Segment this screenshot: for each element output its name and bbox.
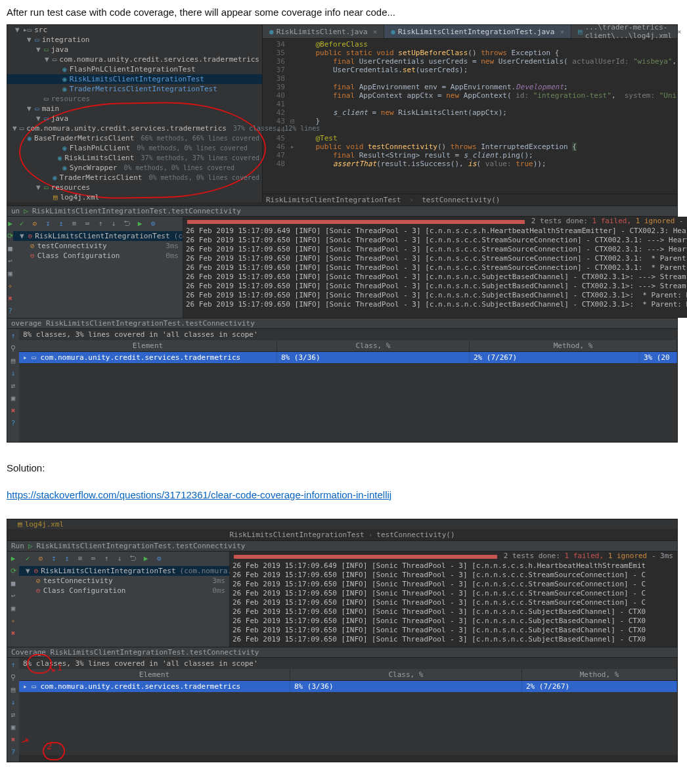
editor-tabs[interactable]: ●RiskLimitsClient.java×●RiskLimitsClient… — [263, 25, 677, 39]
toolstrip-icon[interactable]: ✖ — [11, 735, 16, 744]
tree-item[interactable]: ▤log4j.xml — [7, 192, 262, 202]
toolbar-icon[interactable]: ⊘ — [36, 554, 45, 563]
console-panel-2[interactable]: 2 tests done: 1 failed, 1 ignored - 3ms … — [230, 552, 677, 647]
tree-item[interactable]: ▼▭integration — [7, 35, 262, 45]
toolstrip-icon[interactable]: ↓ — [11, 369, 16, 378]
code-line[interactable]: 46▸ public void testConnectivity() throw… — [263, 142, 677, 151]
toolbar-icon[interactable]: ↓ — [109, 219, 118, 228]
toolbar-icon[interactable]: ↧ — [43, 219, 53, 228]
test-row[interactable]: ⊖Class Configuration0ms — [19, 586, 229, 596]
toolstrip-icon[interactable]: ▣ — [11, 723, 16, 731]
code-line[interactable]: 47 final Result<String> result = s_clien… — [263, 151, 677, 160]
toolbar-icon[interactable]: ▶ — [141, 554, 150, 563]
editor-tab[interactable]: ●RiskLimitsClient.java× — [263, 25, 384, 38]
close-icon[interactable]: × — [560, 28, 564, 36]
toolstrip-icon[interactable]: ▣ — [11, 394, 16, 403]
stackoverflow-link[interactable]: https://stackoverflow.com/questions/3171… — [7, 489, 391, 500]
editor-tab[interactable]: ▤...\trader-metrics-client\...\log4j.xml… — [571, 25, 687, 38]
toolbar-icon[interactable]: ⮌ — [122, 219, 131, 228]
toolbar-icon[interactable]: ↧ — [49, 554, 58, 563]
toolstrip-icon[interactable]: ⇄ — [11, 381, 16, 390]
tree-item[interactable]: ◉RiskLimitsClientIntegrationTest — [7, 74, 262, 84]
tree-item[interactable]: ◉SyncWrapper0% methods, 0% lines covered — [7, 163, 262, 173]
code-line[interactable]: 37 UserCredentials.set(userCreds); — [263, 66, 677, 74]
toolbar-icon[interactable]: ⚙ — [148, 219, 158, 228]
toolbar-icon[interactable]: ≡ — [76, 554, 85, 563]
tree-item[interactable]: ▼▭resources — [7, 183, 262, 192]
tree-item[interactable]: ◉TraderMetricsClientIntegrationTest — [7, 84, 262, 94]
coverage-toolstrip-2[interactable]: ↑⚲▤↓⇄▣✖? — [7, 658, 19, 762]
toolstrip-icon[interactable]: ▶ — [11, 554, 16, 563]
tree-item[interactable]: ◉FlashPnLClientIntegrationTest — [7, 64, 262, 74]
toolstrip-icon[interactable]: ↩ — [11, 592, 16, 600]
toolstrip-icon[interactable]: ▣ — [11, 604, 16, 613]
code-line[interactable]: 42 s_client = new RiskLimitsClient(appCt… — [263, 108, 677, 117]
toolstrip-icon[interactable]: ✖ — [11, 406, 16, 415]
console-panel[interactable]: 2 tests done: 1 failed, 1 ignored - 3ms … — [183, 217, 687, 318]
tree-item[interactable]: ▼▭com.nomura.unity.credit.services.trade… — [7, 54, 262, 64]
toolstrip-icon[interactable]: ✖ — [8, 294, 12, 303]
test-row[interactable]: ⊖Class Configuration0ms — [13, 251, 183, 261]
toolstrip-icon[interactable]: ? — [11, 419, 16, 427]
toolbar-icon[interactable]: ≕ — [89, 554, 98, 563]
test-row[interactable]: ⊘testConnectivity3ms — [13, 241, 183, 251]
toolstrip-icon[interactable]: ▣ — [8, 269, 12, 278]
coverage-row-2[interactable]: ▸ ▭ com.nomura.unity.credit.services.tra… — [19, 681, 677, 692]
code-line[interactable]: 43⊟ } — [263, 117, 677, 125]
editor-tab[interactable]: ●RiskLimitsClientIntegrationTest.java× — [384, 25, 571, 38]
tree-item[interactable]: ◉FlashPnLClient0% methods, 0% lines cove… — [7, 143, 262, 153]
toolstrip-icon[interactable]: ■ — [11, 579, 16, 588]
coverage-panel-header[interactable]: overage RiskLimitsClientIntegrationTest.… — [7, 318, 677, 329]
code-line[interactable]: 34 @BeforeClass — [263, 40, 677, 49]
code-line[interactable]: 40 final AppContext appCtx = new AppCont… — [263, 91, 677, 100]
test-row[interactable]: ⊘testConnectivity3ms — [19, 576, 229, 586]
toolbar-icon[interactable]: ✓ — [23, 554, 32, 563]
toolbar-icon[interactable]: ↥ — [62, 554, 72, 563]
tree-root[interactable]: ▼▸▭src — [7, 25, 262, 35]
code-editor[interactable]: 34 @BeforeClass35 public static void set… — [263, 39, 677, 194]
toolstrip-icon[interactable]: ■ — [8, 244, 12, 253]
toolstrip-icon[interactable]: ? — [11, 748, 16, 756]
toolstrip-icon[interactable]: ⟳ — [11, 567, 16, 575]
toolbar-icon[interactable]: ≡ — [70, 219, 79, 228]
test-toolbar-2[interactable]: ✓⊘↧↥≡≕↑↓⮌▶⚙ — [19, 552, 229, 565]
close-icon[interactable]: × — [373, 28, 378, 36]
toolbar-icon[interactable]: ✓ — [17, 219, 26, 228]
toolbar-icon[interactable]: ⊘ — [30, 219, 39, 228]
code-line[interactable]: 44 — [263, 125, 677, 134]
coverage-panel-header-2[interactable]: Coverage RiskLimitsClientIntegrationTest… — [7, 647, 677, 658]
fold-icon[interactable]: ▸ — [290, 142, 298, 151]
toolbar-icon[interactable]: ⚙ — [154, 554, 164, 563]
test-results-panel[interactable]: ✓⊘↧↥≡≕↑↓⮌▶⚙ ▼⊖RiskLimitsClientIntegratio… — [13, 217, 183, 318]
toolstrip-icon[interactable]: ✖ — [11, 629, 16, 638]
tree-item[interactable]: ▼▭com.nomura.unity.credit.services.trade… — [7, 123, 262, 133]
close-icon[interactable]: × — [677, 28, 682, 36]
code-line[interactable]: 39 final AppEnvironment env = AppEnviron… — [263, 83, 677, 91]
toolbar-icon[interactable]: ⮌ — [128, 554, 137, 563]
project-tree[interactable]: ▼▸▭src▼▭integration▼▭java▼▭com.nomura.un… — [7, 25, 263, 202]
toolstrip-icon[interactable]: ↑ — [11, 332, 16, 340]
test-row[interactable]: ▼⊖RiskLimitsClientIntegrationTest(com.no… — [19, 566, 229, 576]
toolbar-icon[interactable]: ↑ — [96, 219, 105, 228]
toolstrip-icon[interactable]: ✧ — [8, 282, 12, 290]
breadcrumb-method[interactable]: testConnectivity() — [422, 196, 500, 204]
toolstrip-icon[interactable]: ↩ — [8, 257, 12, 265]
console-output[interactable]: 26 Feb 2019 15:17:09.649 [INFO] [Sonic T… — [183, 225, 687, 312]
toolstrip-icon[interactable]: ⇄ — [11, 710, 16, 719]
toolstrip-icon[interactable]: ✧ — [11, 617, 16, 625]
toolstrip-icon[interactable]: ? — [8, 307, 12, 315]
code-line[interactable]: 41 — [263, 100, 677, 108]
run-left-toolstrip[interactable]: ▶⟳■↩▣✧✖? — [7, 217, 13, 318]
toolstrip-icon[interactable]: ▤ — [11, 357, 16, 365]
toolstrip-icon[interactable]: ▤ — [11, 686, 16, 694]
coverage-toolstrip[interactable]: ↑⚲▤↓⇄▣✖? — [7, 329, 19, 442]
run-panel-header[interactable]: un ▷ RiskLimitsClientIntegrationTest.tes… — [7, 206, 677, 217]
breadcrumb-class[interactable]: RiskLimitsClientIntegrationTest — [266, 196, 401, 204]
code-line[interactable]: 38 — [263, 74, 677, 83]
test-row[interactable]: ▼⊖RiskLimitsClientIntegrationTest(com.no… — [13, 231, 183, 241]
toolbar-icon[interactable]: ↑ — [102, 554, 111, 563]
tree-item[interactable]: ▭resources — [7, 94, 262, 104]
tree-item[interactable]: ◉BaseTraderMetricsClient66% methods, 66%… — [7, 133, 262, 143]
tree-item[interactable]: ◉RiskLimitsClient37% methods, 37% lines … — [7, 153, 262, 163]
coverage-row[interactable]: ▸ ▭ com.nomura.unity.credit.services.tra… — [19, 352, 677, 363]
